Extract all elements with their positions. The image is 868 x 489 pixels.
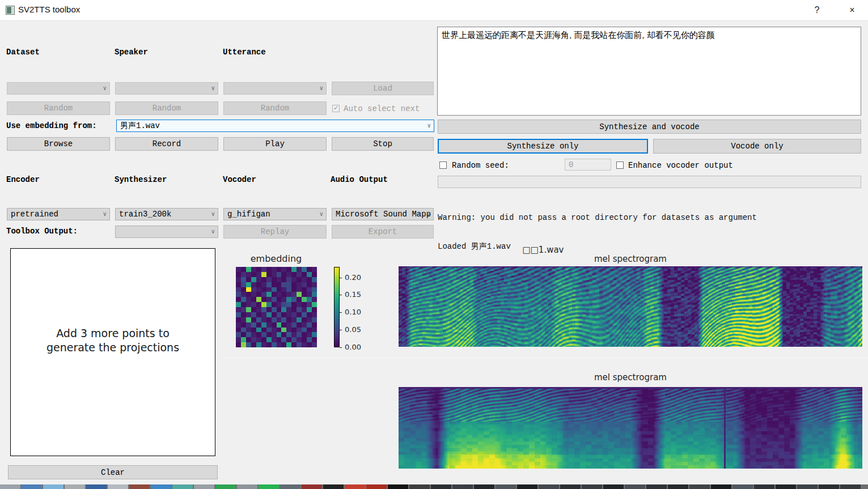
speaker-label: Speaker: [115, 48, 148, 57]
taskbar-icon[interactable]: [496, 484, 516, 489]
chevron-down-icon: ∨: [103, 210, 107, 218]
mel-spectrogram-target: [399, 266, 862, 347]
enhance-vocoder-label: Enhance vocoder output: [628, 161, 733, 170]
replay-button[interactable]: Replay: [223, 225, 327, 239]
chevron-down-icon: ∨: [211, 84, 215, 92]
taskbar-icon[interactable]: [560, 484, 581, 489]
taskbar-icon[interactable]: [151, 484, 171, 489]
utterance-label: Utterance: [223, 48, 266, 57]
auto-select-label: Auto select next: [344, 104, 420, 113]
taskbar-icon[interactable]: [603, 484, 624, 489]
taskbar-icon[interactable]: [43, 484, 63, 489]
utterance-combobox[interactable]: ∨: [223, 82, 327, 95]
taskbar-icon[interactable]: [22, 484, 42, 489]
vocode-only-button[interactable]: Vocode only: [653, 139, 861, 154]
taskbar-icon[interactable]: [797, 484, 818, 489]
embedding-source-combobox[interactable]: 男声1.wav ∨: [116, 120, 434, 132]
random-speaker-button[interactable]: Random: [115, 101, 218, 115]
taskbar-icon[interactable]: [625, 484, 645, 489]
dataset-combobox[interactable]: ∨: [7, 82, 110, 95]
taskbar: [0, 484, 868, 489]
auto-select-checkbox[interactable]: ✓: [332, 105, 340, 112]
random-utterance-button[interactable]: Random: [223, 101, 327, 115]
audio-output-label: Audio Output: [331, 175, 388, 184]
random-dataset-button[interactable]: Random: [7, 101, 110, 115]
taskbar-icon[interactable]: [86, 484, 107, 489]
enhance-vocoder-checkbox[interactable]: [616, 161, 624, 169]
taskbar-icon[interactable]: [108, 484, 128, 489]
close-button[interactable]: ×: [839, 0, 865, 20]
taskbar-icon[interactable]: [0, 484, 20, 489]
vocoder-label: Vocoder: [223, 175, 256, 184]
taskbar-icon[interactable]: [711, 484, 731, 489]
taskbar-icon[interactable]: [474, 484, 494, 489]
colorbar-tick-label: 0.20: [345, 273, 361, 282]
colorbar-tick: [340, 330, 342, 330]
taskbar-icon[interactable]: [366, 484, 387, 489]
taskbar-icon[interactable]: [302, 484, 322, 489]
toolbox-output-combobox[interactable]: ∨: [115, 226, 218, 238]
taskbar-icon[interactable]: [65, 484, 85, 489]
colorbar-tick-label: 0.00: [345, 343, 361, 351]
play-button[interactable]: Play: [223, 137, 327, 151]
chevron-down-icon: ∨: [426, 210, 430, 218]
taskbar-icon[interactable]: [129, 484, 150, 489]
taskbar-icon[interactable]: [646, 484, 667, 489]
embedding-source-value: 男声1.wav: [120, 121, 160, 131]
chevron-down-icon: ∨: [319, 210, 323, 218]
taskbar-icon[interactable]: [323, 484, 344, 489]
app-window: SV2TTS toolbox ? × Dataset Speaker Utter…: [0, 0, 868, 489]
taskbar-icon[interactable]: [237, 484, 257, 489]
taskbar-icon[interactable]: [754, 484, 774, 489]
taskbar-icon[interactable]: [345, 484, 365, 489]
stop-button[interactable]: Stop: [332, 137, 434, 151]
speaker-combobox[interactable]: ∨: [115, 82, 218, 95]
mel-spectrogram-generated: [399, 387, 862, 469]
taskbar-icon[interactable]: [539, 484, 559, 489]
colorbar-tick: [340, 278, 342, 278]
synthesize-only-button[interactable]: Synthesize only: [438, 139, 648, 154]
load-button[interactable]: Load: [332, 82, 434, 95]
taskbar-icon[interactable]: [431, 484, 451, 489]
log-line: Warning: you did not pass a root directo…: [438, 213, 864, 223]
taskbar-icon[interactable]: [689, 484, 710, 489]
random-seed-checkbox[interactable]: [439, 161, 447, 169]
synthesizer-combobox[interactable]: train3_200k ∨: [115, 208, 218, 220]
colorbar-tick-label: 0.10: [345, 308, 361, 316]
chevron-down-icon: ∨: [427, 122, 431, 129]
taskbar-icon[interactable]: [194, 484, 214, 489]
colorbar-tick: [340, 347, 342, 348]
taskbar-icon[interactable]: [452, 484, 473, 489]
taskbar-icon[interactable]: [732, 484, 753, 489]
taskbar-icon[interactable]: [668, 484, 688, 489]
audio-output-combobox[interactable]: Microsoft Sound Mapp ∨: [332, 208, 434, 220]
taskbar-icon[interactable]: [215, 484, 236, 489]
vocoder-combobox[interactable]: g_hifigan ∨: [223, 208, 327, 220]
mel-target-title: mel spectrogram: [574, 254, 687, 264]
embedding-heatmap: [236, 267, 317, 347]
taskbar-icon[interactable]: [776, 484, 796, 489]
export-button[interactable]: Export: [332, 225, 434, 239]
taskbar-icon[interactable]: [280, 484, 300, 489]
title-bar: SV2TTS toolbox ? ×: [0, 0, 868, 21]
taskbar-icon[interactable]: [517, 484, 537, 489]
browse-button[interactable]: Browse: [7, 137, 110, 151]
taskbar-icon[interactable]: [582, 484, 602, 489]
taskbar-icon[interactable]: [172, 484, 193, 489]
taskbar-icon[interactable]: [819, 484, 839, 489]
seed-input[interactable]: [565, 159, 611, 171]
chevron-down-icon: ∨: [211, 210, 215, 218]
record-button[interactable]: Record: [115, 137, 218, 151]
synthesize-and-vocode-button[interactable]: Synthesize and vocode: [438, 120, 861, 134]
use-embedding-label: Use embedding from:: [6, 121, 97, 130]
help-button[interactable]: ?: [804, 0, 830, 20]
clear-button[interactable]: Clear: [8, 465, 218, 479]
taskbar-icon[interactable]: [840, 484, 861, 489]
projections-message-line2: generate the projections: [46, 341, 179, 355]
taskbar-icon[interactable]: [409, 484, 430, 489]
encoder-combobox[interactable]: pretrained ∨: [7, 208, 110, 220]
text-to-synthesize-input[interactable]: 世界上最遥远的距离不是天涯海角, 而是我站在你面前, 却看不见你的容颜: [437, 27, 861, 116]
chevron-down-icon: ∨: [103, 84, 107, 92]
taskbar-icon[interactable]: [388, 484, 408, 489]
taskbar-icon[interactable]: [259, 484, 279, 489]
